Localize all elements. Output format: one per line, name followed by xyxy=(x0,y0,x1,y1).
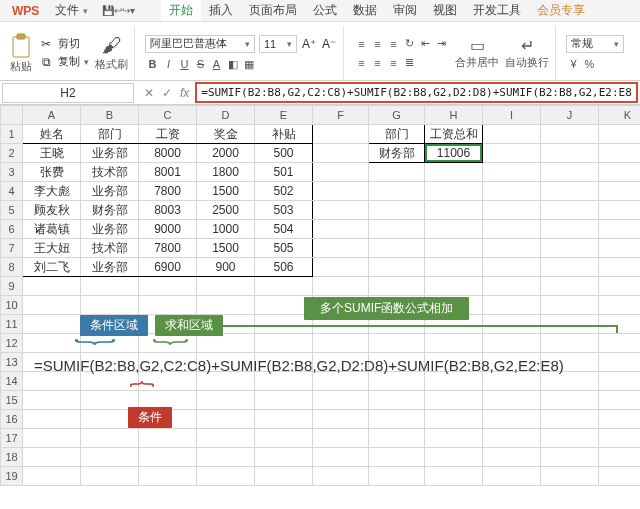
align-right-icon[interactable]: ≡ xyxy=(386,55,401,70)
cell[interactable] xyxy=(541,429,599,448)
cell[interactable] xyxy=(425,239,483,258)
bold-button[interactable]: B xyxy=(145,57,160,72)
cell[interactable] xyxy=(599,467,641,486)
cell[interactable]: 8000 xyxy=(139,144,197,163)
cell[interactable] xyxy=(599,334,641,353)
cell[interactable]: 503 xyxy=(255,201,313,220)
align-middle-icon[interactable]: ≡ xyxy=(370,36,385,51)
cell[interactable] xyxy=(425,448,483,467)
cell[interactable] xyxy=(23,391,81,410)
cell[interactable] xyxy=(483,448,541,467)
cell[interactable] xyxy=(599,448,641,467)
cell[interactable] xyxy=(139,391,197,410)
cell[interactable] xyxy=(313,125,369,144)
cell[interactable] xyxy=(541,258,599,277)
cell[interactable] xyxy=(23,467,81,486)
cell[interactable] xyxy=(425,372,483,391)
cell[interactable]: 姓名 xyxy=(23,125,81,144)
row-2[interactable]: 2 xyxy=(1,144,23,163)
cell[interactable]: 8001 xyxy=(139,163,197,182)
tab-member[interactable]: 会员专享 xyxy=(529,0,593,21)
cell[interactable] xyxy=(23,372,81,391)
cell[interactable] xyxy=(369,296,425,315)
col-K[interactable]: K xyxy=(599,106,641,125)
col-A[interactable]: A xyxy=(23,106,81,125)
cell[interactable] xyxy=(599,372,641,391)
tab-view[interactable]: 视图 xyxy=(425,0,465,21)
cell[interactable] xyxy=(313,182,369,201)
cell[interactable] xyxy=(139,372,197,391)
cell[interactable] xyxy=(541,277,599,296)
row-5[interactable]: 5 xyxy=(1,201,23,220)
cell[interactable] xyxy=(541,467,599,486)
cell[interactable]: 奖金 xyxy=(197,125,255,144)
cell[interactable] xyxy=(599,163,641,182)
cell[interactable]: 张费 xyxy=(23,163,81,182)
cell[interactable]: 1500 xyxy=(197,239,255,258)
row-10[interactable]: 10 xyxy=(1,296,23,315)
row-15[interactable]: 15 xyxy=(1,391,23,410)
cell[interactable] xyxy=(369,448,425,467)
cell[interactable] xyxy=(541,334,599,353)
cell[interactable] xyxy=(197,448,255,467)
cell[interactable] xyxy=(81,391,139,410)
row-7[interactable]: 7 xyxy=(1,239,23,258)
cell[interactable] xyxy=(197,315,255,334)
cell[interactable] xyxy=(541,315,599,334)
tab-dev[interactable]: 开发工具 xyxy=(465,0,529,21)
cell[interactable] xyxy=(313,448,369,467)
cell[interactable] xyxy=(23,448,81,467)
cell[interactable] xyxy=(541,182,599,201)
menubar[interactable]: WPS 文件 ▾ 💾 ↩ ↪ ▾ 开始 插入 页面布局 公式 数据 审阅 视图 … xyxy=(0,0,640,22)
cell[interactable] xyxy=(599,296,641,315)
cell[interactable] xyxy=(425,410,483,429)
cell[interactable] xyxy=(599,239,641,258)
wps-logo[interactable]: WPS xyxy=(4,2,47,20)
cell[interactable] xyxy=(139,448,197,467)
cell[interactable] xyxy=(425,277,483,296)
cell[interactable] xyxy=(483,334,541,353)
cell[interactable] xyxy=(369,277,425,296)
cell[interactable] xyxy=(255,296,313,315)
percent-icon[interactable]: % xyxy=(582,57,597,72)
cell[interactable] xyxy=(369,239,425,258)
justify-icon[interactable]: ≣ xyxy=(402,55,417,70)
row-1[interactable]: 1 xyxy=(1,125,23,144)
cell[interactable] xyxy=(541,372,599,391)
cell[interactable] xyxy=(425,296,483,315)
quickaccess-save-icon[interactable]: 💾 xyxy=(102,5,114,16)
cell[interactable] xyxy=(313,239,369,258)
row-8[interactable]: 8 xyxy=(1,258,23,277)
fill-color-button[interactable]: ◧ xyxy=(225,57,240,72)
cell[interactable] xyxy=(139,315,197,334)
cell[interactable] xyxy=(369,163,425,182)
col-F[interactable]: F xyxy=(313,106,369,125)
cell[interactable] xyxy=(369,201,425,220)
cell[interactable] xyxy=(313,144,369,163)
cell[interactable] xyxy=(313,277,369,296)
quickaccess-more-icon[interactable]: ▾ xyxy=(130,5,135,16)
cell[interactable] xyxy=(425,220,483,239)
cell[interactable] xyxy=(313,410,369,429)
cell[interactable] xyxy=(369,467,425,486)
cell[interactable] xyxy=(197,372,255,391)
cell[interactable] xyxy=(599,201,641,220)
cell[interactable] xyxy=(541,448,599,467)
cell[interactable] xyxy=(313,163,369,182)
cell[interactable] xyxy=(483,391,541,410)
cell[interactable]: 诸葛镇 xyxy=(23,220,81,239)
cell[interactable] xyxy=(483,239,541,258)
cell[interactable] xyxy=(81,353,139,372)
cell[interactable] xyxy=(255,410,313,429)
format-painter-button[interactable]: 🖌 格式刷 xyxy=(95,34,128,72)
cell[interactable] xyxy=(197,391,255,410)
cell[interactable]: 技术部 xyxy=(81,163,139,182)
number-format-combo[interactable]: 常规▾ xyxy=(566,35,624,53)
cell[interactable] xyxy=(483,429,541,448)
cell[interactable] xyxy=(197,353,255,372)
cell[interactable] xyxy=(425,315,483,334)
cell[interactable]: 王大妞 xyxy=(23,239,81,258)
cut-button[interactable]: ✂ 剪切 xyxy=(38,36,89,52)
cell[interactable] xyxy=(425,429,483,448)
cell[interactable] xyxy=(197,467,255,486)
